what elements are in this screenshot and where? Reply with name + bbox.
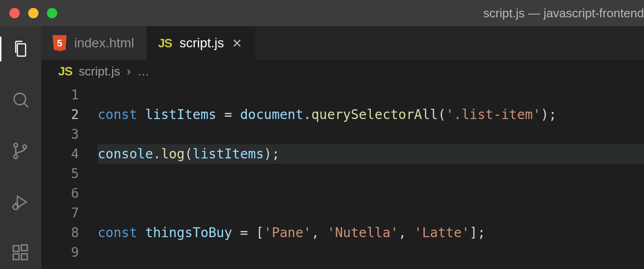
svg-point-4 <box>23 145 27 149</box>
close-tab-button[interactable] <box>231 37 243 49</box>
search-icon <box>11 90 31 110</box>
svg-point-0 <box>14 93 26 105</box>
line-gutter: 1 2 3 4 5 6 7 8 9 <box>41 82 98 269</box>
svg-point-2 <box>14 143 18 147</box>
activity-source-control[interactable] <box>0 135 41 167</box>
activity-explorer[interactable] <box>0 33 41 65</box>
svg-rect-11 <box>13 254 19 259</box>
svg-rect-12 <box>22 254 27 259</box>
js-icon: JS <box>58 64 72 79</box>
maximize-window-button[interactable] <box>47 8 57 18</box>
close-icon <box>232 38 242 48</box>
tabs-bar: 5 index.html JS script.js <box>41 26 644 60</box>
activity-search[interactable] <box>0 84 41 116</box>
code-editor[interactable]: 1 2 3 4 5 6 7 8 9 const listItems = docu… <box>41 82 644 269</box>
svg-rect-10 <box>13 246 19 251</box>
minimize-window-button[interactable] <box>28 8 38 18</box>
code-content[interactable]: const listItems = document.querySelector… <box>98 82 644 269</box>
window-controls <box>0 8 57 18</box>
html5-icon: 5 <box>53 35 67 51</box>
git-branch-icon <box>11 141 31 161</box>
extensions-icon <box>11 243 31 263</box>
svg-point-3 <box>14 155 18 158</box>
tab-label: script.js <box>179 36 224 51</box>
close-window-button[interactable] <box>9 8 20 18</box>
debug-icon <box>11 192 31 212</box>
js-icon: JS <box>158 36 172 51</box>
breadcrumb-file: script.js <box>79 64 120 79</box>
breadcrumb[interactable]: JS script.js › … <box>41 60 644 82</box>
activity-run-debug[interactable] <box>0 186 41 218</box>
activity-bar <box>0 26 41 269</box>
files-icon <box>11 39 31 59</box>
svg-line-1 <box>24 103 28 107</box>
tab-script-js[interactable]: JS script.js <box>147 26 256 60</box>
activity-extensions[interactable] <box>0 237 41 269</box>
svg-rect-13 <box>22 245 27 250</box>
tab-label: index.html <box>74 36 134 51</box>
window-title: script.js — javascript-frontend <box>483 0 644 26</box>
breadcrumb-symbol: … <box>138 64 151 79</box>
chevron-right-icon: › <box>127 64 131 79</box>
tab-index-html[interactable]: 5 index.html <box>41 26 147 60</box>
title-bar: script.js — javascript-frontend <box>0 0 644 26</box>
